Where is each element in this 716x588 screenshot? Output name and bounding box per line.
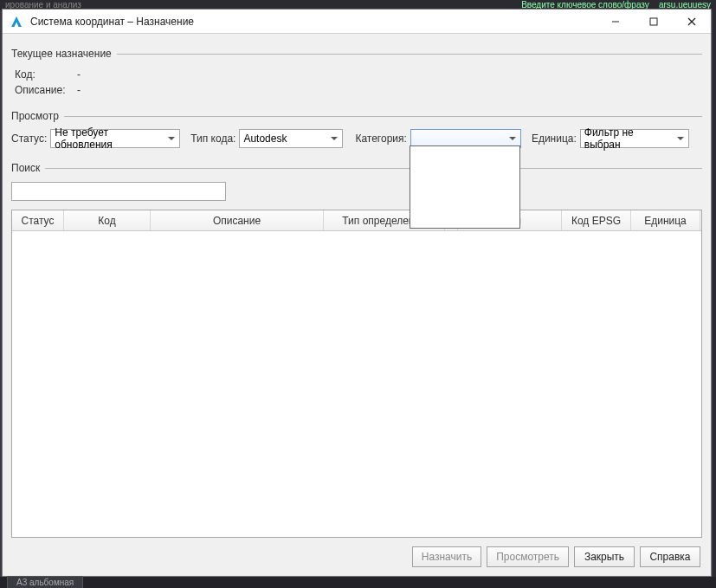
code-label: Код: bbox=[15, 68, 77, 81]
code-value: - bbox=[77, 68, 81, 81]
grid-column-header[interactable]: Код bbox=[64, 210, 151, 230]
search-input[interactable] bbox=[11, 182, 226, 201]
codetype-combo[interactable]: Autodesk bbox=[239, 129, 343, 148]
description-value: - bbox=[77, 84, 81, 96]
grid-column-header[interactable]: Единица bbox=[631, 210, 700, 230]
preview-button[interactable]: Просмотреть bbox=[487, 546, 569, 567]
help-button[interactable]: Справка bbox=[640, 546, 700, 567]
dialog-window: Система координат – Назначение Текущее н… bbox=[2, 9, 712, 577]
maximize-button[interactable] bbox=[635, 10, 673, 34]
minimize-button[interactable] bbox=[597, 10, 635, 34]
codetype-label: Тип кода: bbox=[190, 132, 235, 145]
grid-column-header[interactable]: Описание bbox=[151, 210, 324, 230]
group-view: Просмотр Статус: Не требует обновления Т… bbox=[11, 110, 702, 152]
bg-bottom-bar: A3 альбомная bbox=[0, 577, 716, 588]
bg-bottom-tab: A3 альбомная bbox=[7, 576, 83, 588]
grid-header[interactable]: СтатусКодОписаниеТип определенияСорииКод… bbox=[12, 210, 701, 231]
grid-column-header[interactable]: Код EPSG bbox=[562, 210, 631, 230]
app-icon bbox=[8, 13, 25, 30]
titlebar[interactable]: Система координат – Назначение bbox=[3, 10, 711, 34]
dialog-button-row: Назначить Просмотреть Закрыть Справка bbox=[11, 546, 702, 571]
window-title: Система координат – Назначение bbox=[30, 16, 597, 28]
category-label: Категория: bbox=[355, 132, 406, 145]
description-label: Описание: bbox=[15, 84, 77, 96]
status-label: Статус: bbox=[11, 132, 47, 145]
group-view-legend: Просмотр bbox=[11, 110, 64, 122]
group-current-assignment: Текущее назначение Код: - Описание: - bbox=[11, 48, 702, 100]
unit-combo-value: Фильтр не выбран bbox=[584, 126, 673, 151]
svg-marker-0 bbox=[11, 16, 22, 27]
group-current-legend: Текущее назначение bbox=[11, 48, 117, 60]
close-dialog-button[interactable]: Закрыть bbox=[574, 546, 635, 567]
svg-rect-2 bbox=[650, 18, 657, 25]
codetype-combo-value: Autodesk bbox=[243, 132, 287, 145]
status-combo[interactable]: Не требует обновления bbox=[50, 129, 180, 148]
unit-combo[interactable]: Фильтр не выбран bbox=[580, 129, 689, 148]
close-button[interactable] bbox=[673, 10, 711, 34]
unit-label: Единица: bbox=[532, 132, 577, 145]
status-combo-value: Не требует обновления bbox=[55, 126, 164, 151]
bg-right-edge bbox=[713, 9, 716, 577]
group-search: Поиск bbox=[11, 162, 702, 206]
category-dropdown-list[interactable] bbox=[410, 145, 520, 229]
results-grid[interactable]: СтатусКодОписаниеТип определенияСорииКод… bbox=[11, 210, 702, 538]
grid-body[interactable] bbox=[12, 231, 701, 537]
assign-button[interactable]: Назначить bbox=[412, 546, 481, 567]
group-search-legend: Поиск bbox=[11, 162, 45, 174]
grid-column-header[interactable]: Статус bbox=[12, 210, 64, 230]
